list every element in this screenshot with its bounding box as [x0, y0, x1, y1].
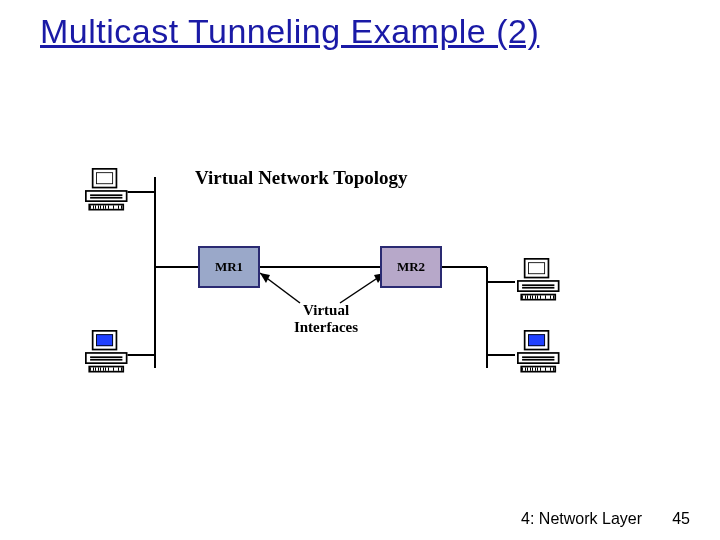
- topology-label: Virtual Network Topology: [195, 167, 408, 189]
- page-number: 45: [672, 510, 690, 528]
- virtual-interfaces-label: Virtual Interfaces: [286, 302, 366, 337]
- svg-line-7: [260, 273, 300, 303]
- slide-title: Multicast Tunneling Example (2): [40, 12, 680, 51]
- host-top-left-icon: [85, 168, 128, 211]
- host-bottom-right-icon: [517, 330, 560, 373]
- host-bottom-left-icon: [85, 330, 128, 373]
- svg-line-9: [340, 273, 385, 303]
- footer-chapter: 4: Network Layer: [521, 510, 642, 528]
- router-mr1: MR1: [198, 246, 260, 288]
- svg-marker-8: [260, 273, 270, 283]
- topology-wires: [0, 0, 720, 540]
- router-mr2: MR2: [380, 246, 442, 288]
- host-top-right-icon: [517, 258, 560, 301]
